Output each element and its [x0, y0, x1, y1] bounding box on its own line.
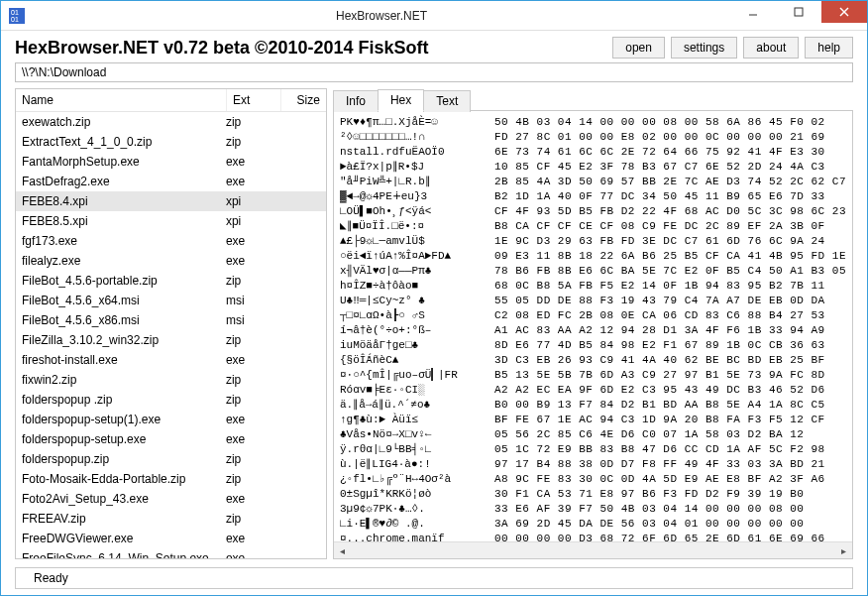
hex-row: ○ёi◄ï↑úA↑%Î¤A►FD▲09 E3 11 8B 18 22 6A B6… [340, 249, 846, 264]
table-row[interactable]: fireshot-install.exeexe [16, 350, 326, 370]
table-row[interactable]: folderspopup-setup(1).exeexe [16, 410, 326, 429]
file-name: filealyz.exe [22, 253, 226, 269]
file-size [280, 352, 320, 368]
about-button[interactable]: about [743, 37, 799, 59]
path-row [1, 62, 867, 88]
hex-ascii: í¬â†è(°÷o+:°ß– [340, 323, 488, 338]
hex-view-container: PK♥♦¶π…□.XjåÈ=☺50 4B 03 04 14 00 00 00 0… [333, 110, 853, 559]
hex-bytes: 97 17 B4 88 38 0D D7 F8 FF 49 4F 33 03 3… [488, 457, 846, 472]
table-row[interactable]: Foto2Avi_Setup_43.exeexe [16, 489, 326, 509]
table-row[interactable]: filealyz.exeexe [16, 251, 326, 271]
file-ext: exe [226, 412, 280, 427]
hex-row: ►à£Ï?x|p∥R•$J10 85 CF 45 E2 3F 78 B3 67 … [340, 160, 846, 175]
table-row[interactable]: folderspopup-setup.exeexe [16, 429, 326, 449]
hex-ascii: ∟OÜ▌■Oh•¸ƒ<ÿá< [340, 204, 488, 219]
table-row[interactable]: FreeDWGViewer.exeexe [16, 529, 326, 548]
hex-bytes: B8 CA CF CF CE CF 08 C9 FE DC 2C 89 EF 2… [488, 219, 846, 234]
table-row[interactable]: FEBE8.4.xpixpi [16, 191, 326, 211]
hex-ascii: ²◊☺□□□□□□□…!∩ [340, 130, 488, 145]
file-name: fireshot-install.exe [22, 352, 226, 368]
tab-info[interactable]: Info [333, 90, 379, 112]
file-ext: exe [226, 431, 280, 447]
settings-button[interactable]: settings [671, 37, 737, 59]
table-row[interactable]: exewatch.zipzip [16, 112, 326, 132]
table-row[interactable]: FileZilla_3.10.2_win32.zipzip [16, 330, 326, 350]
hex-ascii: ◣∥■Ü¤ÏÎ.□ё•:¤ [340, 219, 488, 234]
hex-row: nstall.rdfuËAOÏ06E 73 74 61 6C 6C 2E 72 … [340, 145, 846, 160]
hex-bytes: B5 13 5E 5B 7B 6D A3 C9 27 97 B1 5E 73 9… [488, 368, 846, 383]
hex-ascii: x╢VÄl♥σ|α——Pπ♣ [340, 264, 488, 279]
table-row[interactable]: FileBot_4.5.6_x64.msimsi [16, 291, 326, 310]
col-size[interactable]: Size [281, 89, 326, 111]
hex-ascii: Róαv■╞Eε·◦CI░ [340, 383, 488, 398]
hex-bytes: 00 00 00 00 D3 68 72 6F 6D 65 2E 6D 61 6… [488, 532, 846, 541]
table-row[interactable]: fixwin2.zipzip [16, 370, 326, 390]
help-button[interactable]: help [805, 37, 853, 59]
close-button[interactable] [821, 1, 867, 23]
hex-bytes: 8D E6 77 4D B5 84 98 E2 F1 67 89 1B 0C C… [488, 338, 846, 353]
file-size [280, 253, 320, 269]
table-row[interactable]: FantaMorphSetup.exeexe [16, 152, 326, 172]
maximize-button[interactable] [776, 1, 821, 23]
app-title: HexBrowser.NET v0.72 beta ©2010-2014 Fis… [15, 38, 606, 59]
hex-row: ù.|ё∥LIG4·à●:!97 17 B4 88 38 0D D7 F8 FF… [340, 457, 846, 472]
hex-panel: Info Hex Text PK♥♦¶π…□.XjåÈ=☺50 4B 03 04… [333, 88, 853, 559]
table-row[interactable]: FREEAV.zipzip [16, 509, 326, 529]
hex-row: ∟i·E▌®♥∂© .@.3A 69 2D 45 DA DE 56 03 04 … [340, 517, 846, 532]
file-name: FREEAV.zip [22, 511, 226, 527]
table-row[interactable]: FreeFileSync_6.14_Win_Setup.exeexe [16, 548, 326, 558]
file-size [280, 412, 320, 427]
table-row[interactable]: folderspopup.zipzip [16, 449, 326, 469]
scroll-track[interactable] [351, 542, 835, 559]
file-list[interactable]: exewatch.zipzipExtractText_4_1_0_0.zipzi… [16, 112, 326, 558]
file-ext: zip [226, 392, 280, 408]
hex-bytes: 30 F1 CA 53 71 E8 97 B6 F3 FD D2 F9 39 1… [488, 487, 846, 502]
table-row[interactable]: ExtractText_4_1_0_0.zipzip [16, 132, 326, 152]
table-row[interactable]: Foto-Mosaik-Edda-Portable.zipzip [16, 469, 326, 489]
file-name: folderspopup.zip [22, 451, 226, 467]
hex-row: ♣Vås•Nö¤→X□v♀←05 56 2C 85 C6 4E D6 C0 07… [340, 427, 846, 442]
open-button[interactable]: open [612, 37, 665, 59]
table-row[interactable]: fgf173.exeexe [16, 231, 326, 251]
file-ext: exe [226, 154, 280, 170]
hex-row: ä.∥å→á∥ü.^´≠o♣B0 00 B9 13 F7 84 D2 B1 BD… [340, 398, 846, 413]
file-ext: xpi [226, 193, 280, 209]
tab-hex[interactable]: Hex [378, 89, 424, 111]
hex-view[interactable]: PK♥♦¶π…□.XjåÈ=☺50 4B 03 04 14 00 00 00 0… [334, 111, 852, 541]
hex-row: x╢VÄl♥σ|α——Pπ♣78 B6 FB 8B E6 6C BA 5E 7C… [340, 264, 846, 279]
hex-bytes: C2 08 ED FC 2B 08 0E CA 06 CD 83 C6 88 B… [488, 308, 846, 323]
file-ext: exe [226, 174, 280, 189]
hex-ascii: PK♥♦¶π…□.XjåÈ=☺ [340, 115, 488, 130]
file-size [280, 491, 320, 507]
table-row[interactable]: FEBE8.5.xpixpi [16, 211, 326, 231]
hex-row: iuMöäåΓ†ge□♣8D E6 77 4D B5 84 98 E2 F1 6… [340, 338, 846, 353]
file-size [280, 372, 320, 388]
hex-ascii: ┬□¤∟αΩ•à┠○ ♂S [340, 308, 488, 323]
table-row[interactable]: FileBot_4.5.6-portable.zipzip [16, 271, 326, 291]
hex-ascii: 3µ9¢☼7PK∙♣…◊. [340, 502, 488, 517]
col-name[interactable]: Name [16, 89, 227, 111]
scroll-left-icon[interactable]: ◂ [334, 542, 351, 559]
hex-bytes: BF FE 67 1E AC 94 C3 1D 9A 20 B8 FA F3 F… [488, 413, 846, 427]
file-name: fgf173.exe [22, 233, 226, 249]
col-ext[interactable]: Ext [227, 89, 281, 111]
horizontal-scrollbar[interactable]: ◂ ▸ [334, 541, 852, 558]
file-ext: msi [226, 312, 280, 328]
hex-row: Róαv■╞Eε·◦CI░A2 A2 EC EA 9F 6D E2 C3 95 … [340, 383, 846, 398]
file-ext: zip [226, 451, 280, 467]
scroll-right-icon[interactable]: ▸ [835, 542, 852, 559]
table-row[interactable]: folderspopup .zipzip [16, 390, 326, 410]
file-ext: zip [226, 372, 280, 388]
file-name: Foto2Avi_Setup_43.exe [22, 491, 226, 507]
table-row[interactable]: FastDefrag2.exeexe [16, 172, 326, 191]
file-name: FreeDWGViewer.exe [22, 531, 226, 546]
minimize-button[interactable] [730, 1, 776, 23]
file-ext: zip [226, 511, 280, 527]
main-area: Name Ext Size exewatch.zipzipExtractText… [1, 88, 867, 565]
table-row[interactable]: FileBot_4.5.6_x86.msimsi [16, 310, 326, 330]
hex-bytes: 05 56 2C 85 C6 4E D6 C0 07 1A 58 03 D2 B… [488, 427, 846, 442]
file-name: FileBot_4.5.6_x86.msi [22, 312, 226, 328]
status-bar: Ready [15, 567, 853, 589]
path-input[interactable] [15, 62, 853, 82]
tab-text[interactable]: Text [423, 90, 471, 112]
